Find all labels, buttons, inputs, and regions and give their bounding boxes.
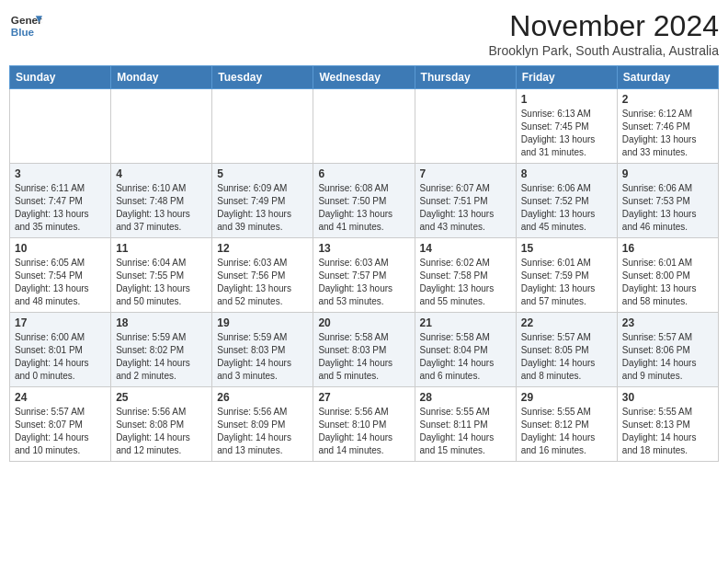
day-number: 21 [420,316,511,329]
day-info: Sunrise: 6:08 AM Sunset: 7:50 PM Dayligh… [318,182,409,234]
calendar-cell: 11Sunrise: 6:04 AM Sunset: 7:55 PM Dayli… [111,238,212,313]
day-number: 17 [15,316,106,329]
calendar-table: SundayMondayTuesdayWednesdayThursdayFrid… [9,65,719,462]
day-number: 22 [521,316,612,329]
calendar-cell [111,89,212,164]
day-info: Sunrise: 6:02 AM Sunset: 7:58 PM Dayligh… [420,257,511,308]
logo: General Blue [9,9,42,42]
day-number: 1 [521,93,612,106]
day-number: 2 [622,93,713,106]
calendar-cell: 19Sunrise: 5:59 AM Sunset: 8:03 PM Dayli… [212,313,313,387]
day-info: Sunrise: 6:10 AM Sunset: 7:48 PM Dayligh… [116,182,207,234]
day-number: 26 [217,391,308,404]
calendar-cell: 15Sunrise: 6:01 AM Sunset: 7:59 PM Dayli… [516,238,617,313]
calendar-cell: 23Sunrise: 5:57 AM Sunset: 8:06 PM Dayli… [617,313,718,387]
calendar-cell [313,89,415,164]
day-number: 16 [622,242,713,255]
day-info: Sunrise: 6:01 AM Sunset: 8:00 PM Dayligh… [622,257,713,308]
day-number: 11 [116,242,207,255]
calendar-cell: 21Sunrise: 5:58 AM Sunset: 8:04 PM Dayli… [415,313,516,387]
title-block: November 2024 Brooklyn Park, South Austr… [488,9,719,58]
calendar-cell: 30Sunrise: 5:55 AM Sunset: 8:13 PM Dayli… [617,387,718,462]
weekday-header-row: SundayMondayTuesdayWednesdayThursdayFrid… [10,66,719,89]
day-number: 4 [116,167,207,180]
calendar-cell: 18Sunrise: 5:59 AM Sunset: 8:02 PM Dayli… [111,313,212,387]
day-info: Sunrise: 5:58 AM Sunset: 8:03 PM Dayligh… [318,331,409,383]
calendar-week-row: 17Sunrise: 6:00 AM Sunset: 8:01 PM Dayli… [10,313,719,387]
day-info: Sunrise: 6:05 AM Sunset: 7:54 PM Dayligh… [15,257,106,308]
calendar-week-row: 3Sunrise: 6:11 AM Sunset: 7:47 PM Daylig… [10,164,719,238]
calendar-cell: 6Sunrise: 6:08 AM Sunset: 7:50 PM Daylig… [313,164,415,238]
day-info: Sunrise: 5:56 AM Sunset: 8:09 PM Dayligh… [217,406,308,457]
calendar-cell: 7Sunrise: 6:07 AM Sunset: 7:51 PM Daylig… [415,164,516,238]
month-title: November 2024 [488,9,719,43]
day-info: Sunrise: 6:03 AM Sunset: 7:56 PM Dayligh… [217,257,308,308]
day-number: 12 [217,242,308,255]
day-number: 18 [116,316,207,329]
day-info: Sunrise: 6:00 AM Sunset: 8:01 PM Dayligh… [15,331,106,383]
day-number: 28 [420,391,511,404]
weekday-header-monday: Monday [111,66,212,89]
day-info: Sunrise: 5:55 AM Sunset: 8:12 PM Dayligh… [521,406,612,457]
calendar-cell: 28Sunrise: 5:55 AM Sunset: 8:11 PM Dayli… [415,387,516,462]
calendar-cell: 10Sunrise: 6:05 AM Sunset: 7:54 PM Dayli… [10,238,111,313]
day-number: 25 [116,391,207,404]
day-info: Sunrise: 6:06 AM Sunset: 7:52 PM Dayligh… [521,182,612,234]
day-info: Sunrise: 5:57 AM Sunset: 8:05 PM Dayligh… [521,331,612,383]
calendar-cell: 9Sunrise: 6:06 AM Sunset: 7:53 PM Daylig… [617,164,718,238]
calendar-week-row: 1Sunrise: 6:13 AM Sunset: 7:45 PM Daylig… [10,89,719,164]
day-number: 13 [318,242,409,255]
day-info: Sunrise: 6:07 AM Sunset: 7:51 PM Dayligh… [420,182,511,234]
calendar-cell: 3Sunrise: 6:11 AM Sunset: 7:47 PM Daylig… [10,164,111,238]
day-number: 6 [318,167,409,180]
calendar-cell [212,89,313,164]
day-info: Sunrise: 6:12 AM Sunset: 7:46 PM Dayligh… [622,108,713,159]
calendar-cell: 22Sunrise: 5:57 AM Sunset: 8:05 PM Dayli… [516,313,617,387]
day-info: Sunrise: 5:57 AM Sunset: 8:06 PM Dayligh… [622,331,713,383]
day-number: 20 [318,316,409,329]
day-info: Sunrise: 6:11 AM Sunset: 7:47 PM Dayligh… [15,182,106,234]
day-info: Sunrise: 5:55 AM Sunset: 8:13 PM Dayligh… [622,406,713,457]
day-number: 3 [15,167,106,180]
day-number: 29 [521,391,612,404]
day-number: 14 [420,242,511,255]
page-header: General Blue November 2024 Brooklyn Park… [9,9,719,58]
day-number: 19 [217,316,308,329]
day-info: Sunrise: 6:03 AM Sunset: 7:57 PM Dayligh… [318,257,409,308]
location: Brooklyn Park, South Australia, Australi… [488,43,719,58]
weekday-header-sunday: Sunday [10,66,111,89]
day-info: Sunrise: 5:55 AM Sunset: 8:11 PM Dayligh… [420,406,511,457]
calendar-cell: 13Sunrise: 6:03 AM Sunset: 7:57 PM Dayli… [313,238,415,313]
day-number: 23 [622,316,713,329]
day-number: 30 [622,391,713,404]
calendar-week-row: 10Sunrise: 6:05 AM Sunset: 7:54 PM Dayli… [10,238,719,313]
logo-icon: General Blue [9,9,42,42]
day-info: Sunrise: 6:06 AM Sunset: 7:53 PM Dayligh… [622,182,713,234]
day-info: Sunrise: 5:58 AM Sunset: 8:04 PM Dayligh… [420,331,511,383]
calendar-cell: 25Sunrise: 5:56 AM Sunset: 8:08 PM Dayli… [111,387,212,462]
weekday-header-friday: Friday [516,66,617,89]
calendar-cell: 5Sunrise: 6:09 AM Sunset: 7:49 PM Daylig… [212,164,313,238]
day-info: Sunrise: 5:56 AM Sunset: 8:08 PM Dayligh… [116,406,207,457]
calendar-cell: 27Sunrise: 5:56 AM Sunset: 8:10 PM Dayli… [313,387,415,462]
day-info: Sunrise: 5:59 AM Sunset: 8:02 PM Dayligh… [116,331,207,383]
calendar-cell [10,89,111,164]
day-info: Sunrise: 6:04 AM Sunset: 7:55 PM Dayligh… [116,257,207,308]
weekday-header-saturday: Saturday [617,66,718,89]
day-number: 8 [521,167,612,180]
day-info: Sunrise: 6:01 AM Sunset: 7:59 PM Dayligh… [521,257,612,308]
day-number: 5 [217,167,308,180]
day-number: 24 [15,391,106,404]
weekday-header-thursday: Thursday [415,66,516,89]
weekday-header-wednesday: Wednesday [313,66,415,89]
calendar-cell: 2Sunrise: 6:12 AM Sunset: 7:46 PM Daylig… [617,89,718,164]
calendar-cell: 4Sunrise: 6:10 AM Sunset: 7:48 PM Daylig… [111,164,212,238]
calendar-cell: 1Sunrise: 6:13 AM Sunset: 7:45 PM Daylig… [516,89,617,164]
calendar-cell: 20Sunrise: 5:58 AM Sunset: 8:03 PM Dayli… [313,313,415,387]
day-number: 7 [420,167,511,180]
day-info: Sunrise: 6:13 AM Sunset: 7:45 PM Dayligh… [521,108,612,159]
day-number: 10 [15,242,106,255]
calendar-cell [415,89,516,164]
calendar-week-row: 24Sunrise: 5:57 AM Sunset: 8:07 PM Dayli… [10,387,719,462]
calendar-cell: 17Sunrise: 6:00 AM Sunset: 8:01 PM Dayli… [10,313,111,387]
